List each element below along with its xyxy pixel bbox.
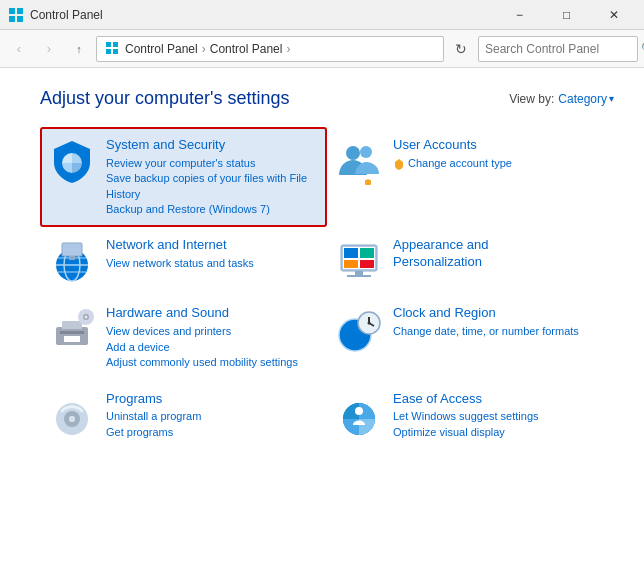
- ease-name[interactable]: Ease of Access: [393, 391, 606, 408]
- appearance-name[interactable]: Appearance andPersonalization: [393, 237, 606, 271]
- path-suffix: Control Panel: [210, 42, 283, 56]
- svg-point-32: [85, 316, 88, 319]
- category-hardware-sound[interactable]: Hardware and Sound View devices and prin…: [40, 295, 327, 380]
- category-user-accounts[interactable]: User Accounts Change account type: [327, 127, 614, 227]
- hardware-text: Hardware and Sound View devices and prin…: [106, 305, 319, 370]
- svg-point-9: [346, 146, 360, 160]
- category-ease-access[interactable]: Ease of Access Let Windows suggest setti…: [327, 381, 614, 451]
- category-network-internet[interactable]: Network and Internet View network status…: [40, 227, 327, 295]
- svg-rect-23: [360, 260, 374, 268]
- svg-point-10: [360, 146, 372, 158]
- minimize-button[interactable]: −: [497, 0, 542, 30]
- programs-name[interactable]: Programs: [106, 391, 319, 408]
- view-by-label: View by:: [509, 92, 554, 106]
- main-content: Adjust your computer's settings View by:…: [0, 68, 644, 575]
- user-accounts-name[interactable]: User Accounts: [393, 137, 606, 154]
- svg-rect-28: [62, 321, 82, 329]
- ease-link-2[interactable]: Optimize visual display: [393, 425, 606, 440]
- programs-link-1[interactable]: Uninstall a program: [106, 409, 319, 424]
- svg-rect-24: [355, 271, 363, 275]
- app-icon: [8, 7, 24, 23]
- hardware-link-2[interactable]: Add a device: [106, 340, 319, 355]
- ease-icon: [335, 391, 383, 439]
- svg-rect-22: [344, 260, 358, 268]
- hardware-link-3[interactable]: Adjust commonly used mobility settings: [106, 355, 319, 370]
- clock-icon: [335, 305, 383, 353]
- title-bar: Control Panel − □ ✕: [0, 0, 644, 30]
- svg-rect-21: [360, 248, 374, 258]
- programs-icon: [48, 391, 96, 439]
- maximize-button[interactable]: □: [544, 0, 589, 30]
- programs-link-2[interactable]: Get programs: [106, 425, 319, 440]
- system-security-icon: [48, 137, 96, 185]
- category-clock-region[interactable]: Clock and Region Change date, time, or n…: [327, 295, 614, 380]
- system-security-text: System and Security Review your computer…: [106, 137, 319, 217]
- user-accounts-icon: [335, 137, 383, 185]
- svg-rect-7: [113, 49, 118, 54]
- clock-name[interactable]: Clock and Region: [393, 305, 606, 322]
- forward-button[interactable]: ›: [36, 36, 62, 62]
- window-controls: − □ ✕: [497, 0, 636, 30]
- network-name[interactable]: Network and Internet: [106, 237, 319, 254]
- up-button[interactable]: ↑: [66, 36, 92, 62]
- svg-rect-4: [106, 42, 111, 47]
- svg-rect-6: [106, 49, 111, 54]
- svg-point-42: [71, 417, 74, 420]
- system-security-link-2[interactable]: Save backup copies of your files with Fi…: [106, 171, 319, 202]
- system-security-name[interactable]: System and Security: [106, 137, 319, 154]
- address-bar: ‹ › ↑ Control Panel › Control Panel › ↻ …: [0, 30, 644, 68]
- svg-rect-3: [17, 16, 23, 22]
- user-accounts-link-1[interactable]: Change account type: [408, 156, 512, 171]
- category-programs[interactable]: Programs Uninstall a program Get program…: [40, 381, 327, 451]
- categories-grid: System and Security Review your computer…: [40, 127, 614, 450]
- network-text: Network and Internet View network status…: [106, 237, 319, 271]
- category-appearance[interactable]: Appearance andPersonalization: [327, 227, 614, 295]
- svg-rect-20: [344, 248, 358, 258]
- programs-text: Programs Uninstall a program Get program…: [106, 391, 319, 441]
- hardware-name[interactable]: Hardware and Sound: [106, 305, 319, 322]
- view-by-control: View by: Category ▾: [509, 92, 614, 106]
- svg-rect-1: [17, 8, 23, 14]
- breadcrumb-arrow: ›: [202, 42, 206, 56]
- svg-point-44: [355, 407, 363, 415]
- page-title: Adjust your computer's settings: [40, 88, 290, 109]
- clock-link-1[interactable]: Change date, time, or number formats: [393, 324, 606, 339]
- clock-text: Clock and Region Change date, time, or n…: [393, 305, 606, 339]
- svg-rect-27: [60, 331, 84, 334]
- svg-rect-16: [62, 243, 82, 256]
- system-security-link-3[interactable]: Backup and Restore (Windows 7): [106, 202, 319, 217]
- appearance-icon: [335, 237, 383, 285]
- hardware-icon: [48, 305, 96, 353]
- ease-text: Ease of Access Let Windows suggest setti…: [393, 391, 606, 441]
- view-by-value[interactable]: Category ▾: [558, 92, 614, 106]
- path-prefix: Control Panel: [125, 42, 198, 56]
- user-accounts-text: User Accounts Change account type: [393, 137, 606, 171]
- search-box: 🔍: [478, 36, 638, 62]
- address-path[interactable]: Control Panel › Control Panel ›: [96, 36, 444, 62]
- network-link-1[interactable]: View network status and tasks: [106, 256, 319, 271]
- window-title: Control Panel: [30, 8, 497, 22]
- search-input[interactable]: [479, 42, 641, 56]
- ease-link-1[interactable]: Let Windows suggest settings: [393, 409, 606, 424]
- back-button[interactable]: ‹: [6, 36, 32, 62]
- close-button[interactable]: ✕: [591, 0, 636, 30]
- page-header: Adjust your computer's settings View by:…: [40, 88, 614, 109]
- svg-rect-5: [113, 42, 118, 47]
- svg-rect-0: [9, 8, 15, 14]
- svg-rect-2: [9, 16, 15, 22]
- svg-point-38: [368, 322, 371, 325]
- network-icon: [48, 237, 96, 285]
- system-security-link-1[interactable]: Review your computer's status: [106, 156, 319, 171]
- category-system-security[interactable]: System and Security Review your computer…: [40, 127, 327, 227]
- svg-rect-29: [64, 336, 80, 342]
- appearance-text: Appearance andPersonalization: [393, 237, 606, 273]
- refresh-button[interactable]: ↻: [448, 36, 474, 62]
- svg-rect-25: [347, 275, 371, 277]
- hardware-link-1[interactable]: View devices and printers: [106, 324, 319, 339]
- svg-rect-17: [69, 256, 75, 260]
- breadcrumb-arrow2: ›: [286, 42, 290, 56]
